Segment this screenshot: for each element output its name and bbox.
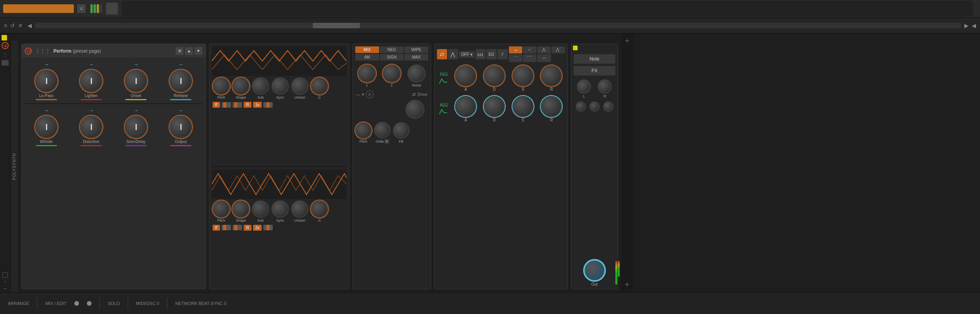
aeg-d-knob[interactable] <box>484 96 505 117</box>
osc2-slider1[interactable] <box>222 225 231 230</box>
knob-release[interactable] <box>169 70 192 92</box>
fb-knob[interactable] <box>393 122 409 139</box>
osc1-sub-knob[interactable] <box>252 77 269 95</box>
osc2-pitch-knob[interactable] <box>213 200 230 218</box>
wave-btn-bars[interactable]: ⫿⫿⫿ <box>475 49 486 59</box>
knob-output[interactable] <box>169 116 192 138</box>
close-icon[interactable]: ✕ <box>18 22 23 29</box>
osc1-pitch-knob[interactable] <box>213 77 230 95</box>
osc2-shape-knob[interactable] <box>232 200 250 218</box>
scroll-thumb[interactable] <box>313 23 360 28</box>
aeg-a-knob[interactable] <box>455 96 476 117</box>
knob-sirendelay[interactable] <box>125 116 147 138</box>
osc2-tag-r[interactable]: R <box>244 225 251 231</box>
mixer-btn-wipe[interactable]: WIPE <box>404 46 428 53</box>
feg-a-knob[interactable] <box>455 65 476 86</box>
knob-lighten[interactable] <box>80 70 103 92</box>
list-icon[interactable]: ≡ <box>4 22 7 29</box>
nav-left-arrow[interactable]: ◀ <box>28 22 32 29</box>
feg-r-knob[interactable] <box>541 65 562 86</box>
osc2-sub-knob[interactable] <box>252 200 269 218</box>
drive-knob[interactable] <box>406 100 424 119</box>
bottom-arrange[interactable]: ARRANGE <box>8 301 29 306</box>
power-button[interactable]: ⏻ <box>2 42 9 49</box>
feg-d-knob[interactable] <box>484 65 505 86</box>
arrow-down-btn[interactable]: ▼ <box>195 47 202 55</box>
wave-btn-1[interactable]: ⇄ <box>437 49 447 59</box>
wave-btn-6[interactable]: ˉ⌒ <box>523 54 536 62</box>
wave-btn-2[interactable]: ¬ˉ <box>523 46 536 53</box>
small-knob-3[interactable] <box>603 101 613 112</box>
wave-btn-slash[interactable]: / <box>497 49 508 59</box>
knob-grid-row2: → Whistle → Distortion → SirenD <box>22 104 206 149</box>
pitch-knob[interactable] <box>355 122 372 139</box>
r-knob[interactable] <box>598 79 612 94</box>
small-knob-1[interactable] <box>576 101 586 112</box>
nav-left2-arrow[interactable]: ◀ <box>972 22 976 29</box>
plugin-power-btn[interactable]: ⏻ <box>25 48 32 55</box>
nav-right-arrow[interactable]: ▶ <box>964 22 969 29</box>
osc2-tag-2v[interactable]: 2v <box>253 225 262 231</box>
bottom-mix-edit[interactable]: MIX / EDIT <box>45 301 66 306</box>
mixer-knob-1[interactable] <box>358 64 376 83</box>
osc1-shape-knob[interactable] <box>232 77 250 95</box>
osc1-slider1[interactable] <box>222 102 231 108</box>
menu-icon[interactable]: ≡ <box>77 4 86 13</box>
wave-btn-7[interactable]: — <box>537 54 551 62</box>
osc1-tag-1v[interactable]: 1v <box>253 102 262 108</box>
off-dropdown[interactable]: OFF ▾ <box>459 51 475 58</box>
note-button[interactable]: Note <box>574 54 615 64</box>
mixer-knob-noise[interactable] <box>407 64 426 83</box>
osc2-unison-knob[interactable] <box>291 200 308 218</box>
square-icon[interactable] <box>2 272 8 278</box>
wave-btn-eg[interactable]: EG <box>486 49 497 59</box>
small-knob-2[interactable] <box>589 101 600 112</box>
bottom-solo[interactable]: SOLO <box>108 301 120 306</box>
mixer-btn-mix[interactable]: MIX <box>355 46 379 53</box>
color-bar-onset <box>125 99 147 100</box>
out-knob[interactable] <box>584 260 605 281</box>
mixer-btn-max[interactable]: MAX <box>404 54 428 61</box>
wave-btn-active[interactable]: ¬ <box>509 46 522 53</box>
wave-btn-3[interactable]: ⋀ <box>537 46 551 53</box>
osc1-slider3[interactable] <box>263 102 273 108</box>
osc2-slider3[interactable] <box>263 225 273 230</box>
track-name[interactable] <box>3 4 74 13</box>
aeg-r-knob[interactable] <box>541 96 562 117</box>
glide-knob[interactable] <box>374 122 391 138</box>
mixer-btn-am[interactable]: AM <box>355 54 379 61</box>
arrow-up-btn[interactable]: ▲ <box>185 47 193 55</box>
mixer-btn-neg[interactable]: NEG <box>380 46 404 53</box>
osc1-tag-8[interactable]: 8' <box>213 102 220 108</box>
knob-lopass[interactable] <box>35 70 58 92</box>
knob-whistle[interactable] <box>35 116 58 138</box>
route-arrow-icon[interactable]: ▾ <box>362 92 364 97</box>
osc2-row: Pitch Shape Sub Sync <box>209 167 349 289</box>
osc2-slider2[interactable] <box>233 225 242 230</box>
osc1-link-knob[interactable] <box>311 77 328 95</box>
osc2-link-knob[interactable] <box>311 200 328 218</box>
osc2-tag-8[interactable]: 8' <box>213 225 220 231</box>
osc1-unison-knob[interactable] <box>291 77 308 95</box>
add-top-icon[interactable]: + <box>625 37 629 46</box>
wave-btn-5[interactable]: ⌒ <box>509 54 522 62</box>
wave-btn-spike[interactable]: ⋀ <box>448 49 458 59</box>
wave-btn-4[interactable]: ⋀ˉ <box>552 46 565 53</box>
osc2-sync-knob[interactable] <box>272 200 289 218</box>
knob-distortion[interactable] <box>80 116 103 138</box>
panel-icon[interactable] <box>2 60 9 66</box>
fx-button[interactable]: FX <box>574 66 615 75</box>
add-bottom-icon[interactable]: + <box>625 280 629 289</box>
l-knob[interactable] <box>577 79 591 94</box>
feg-s-knob[interactable] <box>512 65 534 86</box>
knob-onset[interactable] <box>125 70 147 92</box>
settings-icon[interactable]: ⚙ <box>176 47 184 55</box>
osc1-sync-knob[interactable] <box>272 77 289 95</box>
scroll-track[interactable] <box>35 23 961 28</box>
mixer-btn-sign[interactable]: SIGN <box>380 54 404 61</box>
osc1-tag-r[interactable]: R <box>244 102 251 108</box>
back-icon[interactable]: ↺ <box>10 22 15 29</box>
mixer-knob-2[interactable] <box>383 64 401 83</box>
aeg-s-knob[interactable] <box>512 96 534 117</box>
osc1-slider2[interactable] <box>233 102 242 108</box>
